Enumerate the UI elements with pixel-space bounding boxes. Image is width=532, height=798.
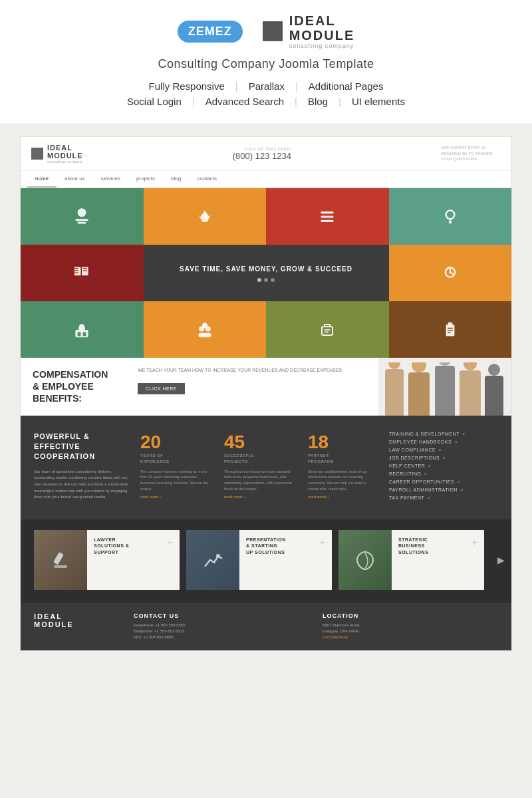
card-presentation: + PRESENTATION& STARTINGUP SOLUTIONS <box>186 530 332 590</box>
link-tax[interactable]: TAX PAYMENT » <box>389 495 498 500</box>
footer-directions[interactable]: Get Directions <box>323 635 498 639</box>
svg-point-27 <box>202 323 207 328</box>
sep-2: | <box>293 80 301 92</box>
mini-brand-text: IDEALMODULE consulting company <box>47 144 83 164</box>
card-1-plus[interactable]: + <box>167 537 173 549</box>
link-training[interactable]: TRAINING & DEVELOPMENT » <box>389 432 498 436</box>
stat-label-partners: PARTNERPROGRAMS <box>308 453 378 465</box>
grid-cell-3 <box>266 188 389 245</box>
brand-logo: IDEALMODULE consulting company <box>263 13 355 49</box>
svg-point-22 <box>79 324 84 329</box>
mini-brand: IDEALMODULE consulting company <box>31 144 83 164</box>
stats-numbers: 20 YEARS OFEXPERIENCE The company has be… <box>140 432 378 503</box>
stats-desc: Our team of specialists consistently del… <box>34 469 130 501</box>
svg-rect-34 <box>448 327 453 329</box>
nav-home[interactable]: home <box>27 171 57 188</box>
comp-center: WE TEACH YOUR TEAM HOW TO INCREASE YOUR … <box>127 358 378 416</box>
read-more-years[interactable]: read more » <box>140 495 211 499</box>
card-1-image <box>34 530 87 590</box>
card-3-content: + STRATEGICBUSINESSSOLUTIONS <box>392 530 484 590</box>
svg-rect-10 <box>74 268 78 269</box>
page-header: ZEMEZ IDEALMODULE consulting company Con… <box>0 0 532 123</box>
stat-years: 20 YEARS OFEXPERIENCE The company has be… <box>140 432 211 503</box>
link-payroll[interactable]: PAYROLL ADMINISTRATION » <box>389 487 498 492</box>
footer-phone-1: Freephone: +1 800 559 6565 <box>134 623 309 627</box>
grid-cell-2 <box>144 188 267 245</box>
stat-projects: 45 SUCCESSFULPROJECTS Throughout our his… <box>224 432 295 503</box>
card-2-icon <box>186 530 239 590</box>
grid-cell-4 <box>389 188 512 245</box>
click-here-button[interactable]: CLICK HERE <box>138 383 185 394</box>
card-2-plus[interactable]: + <box>319 537 325 549</box>
grid-cell-8 <box>144 301 267 358</box>
read-more-partners[interactable]: read more » <box>308 495 378 499</box>
svg-rect-2 <box>78 222 86 223</box>
feature-responsive: Fully Responsive <box>141 80 233 92</box>
comp-right <box>378 358 511 416</box>
cards-section: + LAWYERSOLUTIONS &SUPPORT + PRESENTATIO… <box>21 519 511 603</box>
svg-rect-36 <box>448 332 451 333</box>
footer-location-title: LOCATION <box>323 612 498 619</box>
mini-footer: IDEALMODULE CONTACT US Freephone: +1 800… <box>21 603 511 650</box>
svg-rect-11 <box>74 270 78 271</box>
footer-contact-title: CONTACT US <box>134 612 309 619</box>
stat-desc-years: The company has been working for more th… <box>140 469 211 492</box>
nav-projects[interactable]: projects <box>128 171 163 188</box>
footer-phone-2: Telephone: +1 509 803 8033 <box>134 629 309 633</box>
slider-arrow[interactable]: ▶ <box>491 555 511 565</box>
grid-row-3 <box>21 301 511 358</box>
grid-cell-1 <box>21 188 144 245</box>
feature-social: Social Login <box>119 96 190 107</box>
feature-pages: Additional Pages <box>301 80 392 92</box>
read-more-projects[interactable]: read more » <box>224 495 295 499</box>
link-help[interactable]: HELP CENTER » <box>389 464 498 468</box>
nav-contacts[interactable]: contacts <box>189 171 225 188</box>
svg-rect-12 <box>74 272 78 273</box>
slider-text: SAVE TIME, SAVE MONEY, GROW & SUCCEED <box>180 265 352 274</box>
grid-row-2: SAVE TIME, SAVE MONEY, GROW & SUCCEED <box>21 245 511 301</box>
link-recruiting[interactable]: RECRUITING » <box>389 471 498 476</box>
link-jobs[interactable]: JOB DESCRIPTIONS » <box>389 456 498 460</box>
footer-address-2: Glasgow, D04 89GR. <box>323 629 498 633</box>
sep-4: | <box>292 96 300 107</box>
feature-parallax: Parallax <box>241 80 293 92</box>
card-1-content: + LAWYERSOLUTIONS &SUPPORT <box>87 530 180 590</box>
grid-cell-7 <box>21 301 144 358</box>
feature-ui: UI elements <box>344 96 413 107</box>
features-row-2: Social Login | Advanced Search | Blog | … <box>0 96 532 107</box>
link-career[interactable]: CAREER OPPORTUNITIES » <box>389 479 498 484</box>
svg-rect-23 <box>78 332 81 336</box>
grid-cell-9 <box>266 301 389 358</box>
card-3-plus[interactable]: + <box>471 537 477 549</box>
svg-point-0 <box>78 208 86 217</box>
zemez-logo[interactable]: ZEMEZ <box>178 21 243 43</box>
svg-rect-37 <box>53 552 64 565</box>
svg-point-6 <box>446 210 454 219</box>
link-handbooks[interactable]: EMPLOYEE HANDBOOKS » <box>389 440 498 444</box>
svg-rect-24 <box>83 332 86 336</box>
svg-rect-14 <box>83 268 87 269</box>
dot-3 <box>271 278 275 282</box>
brand-tagline: consulting company <box>289 43 355 49</box>
grid-cell-5 <box>21 245 144 301</box>
mini-site-header: IDEALMODULE consulting company CALL US T… <box>21 137 511 171</box>
svg-rect-20 <box>76 330 88 337</box>
svg-point-7 <box>448 220 452 223</box>
card-1-title: LAWYERSOLUTIONS &SUPPORT <box>94 537 173 556</box>
comp-title: COMPENSATION& EMPLOYEEBENEFITS: <box>33 368 115 405</box>
stats-links: TRAINING & DEVELOPMENT » EMPLOYEE HANDBO… <box>378 432 498 503</box>
nav-blog[interactable]: blog <box>163 171 189 188</box>
nav-services[interactable]: services <box>93 171 128 188</box>
link-law[interactable]: LAW COMPLIANCE » <box>389 448 498 452</box>
svg-rect-33 <box>448 322 452 325</box>
stats-section: POWERFUL &EFFECTIVECOOPERATION Our team … <box>21 416 511 519</box>
staff-label: OUR EXPERT STAFF IS STANDING BY TO ANSWE… <box>441 145 501 162</box>
svg-rect-15 <box>83 270 87 271</box>
nav-about[interactable]: about us <box>57 171 93 188</box>
footer-location: LOCATION 8901 Marmora Road, Glasgow, D04… <box>323 612 498 641</box>
grid-cell-10 <box>389 301 512 358</box>
slider-arrow-container: ▶ <box>491 530 498 590</box>
stat-desc-projects: Throughout our history we have assisted … <box>224 469 295 492</box>
svg-rect-28 <box>198 332 211 336</box>
svg-rect-3 <box>321 211 334 213</box>
